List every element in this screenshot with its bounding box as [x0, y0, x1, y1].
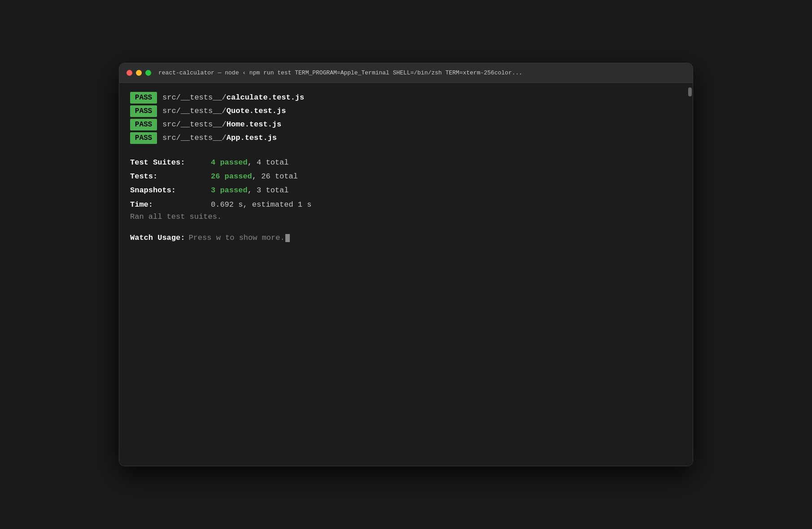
stat-suites: Test Suites: 4 passed, 4 total	[130, 156, 682, 169]
watch-text-content: Press w to show more.	[188, 234, 284, 242]
pass-badge-1: PASS	[130, 92, 157, 104]
pass-path-4: src/__tests__/App.test.js	[162, 132, 277, 144]
pass-path-1: src/__tests__/calculate.test.js	[162, 92, 304, 104]
pass-path-prefix-1: src/__tests__/	[162, 93, 227, 102]
pass-line-4: PASS src/__tests__/App.test.js	[130, 132, 682, 144]
pass-path-bold-1: calculate.test.js	[227, 93, 304, 102]
pass-path-prefix-2: src/__tests__/	[162, 107, 227, 115]
scrollbar[interactable]	[688, 87, 692, 96]
window-title: react-calculator — node ‹ npm run test T…	[158, 69, 522, 76]
stat-tests-value: 26 passed, 26 total	[211, 170, 298, 182]
maximize-button[interactable]	[145, 70, 151, 76]
stat-suites-rest: , 4 total	[248, 158, 289, 167]
pass-path-bold-4: App.test.js	[227, 134, 277, 142]
pass-badge-3: PASS	[130, 119, 157, 130]
stat-snapshots-rest: , 3 total	[248, 186, 289, 195]
stats-section: Test Suites: 4 passed, 4 total Tests: 26…	[130, 156, 682, 221]
stat-tests: Tests: 26 passed, 26 total	[130, 170, 682, 182]
terminal-body[interactable]: PASS src/__tests__/calculate.test.js PAS…	[119, 83, 693, 466]
close-button[interactable]	[127, 70, 132, 76]
stat-suites-value: 4 passed, 4 total	[211, 156, 288, 169]
watch-label: Watch Usage:	[130, 234, 185, 242]
pass-path-2: src/__tests__/Quote.test.js	[162, 105, 286, 117]
stat-time-label: Time:	[130, 199, 211, 211]
minimize-button[interactable]	[136, 70, 142, 76]
pass-line-2: PASS src/__tests__/Quote.test.js	[130, 105, 682, 117]
stat-snapshots: Snapshots: 3 passed, 3 total	[130, 184, 682, 196]
stat-tests-green: 26 passed	[211, 172, 252, 181]
pass-badge-4: PASS	[130, 132, 157, 144]
stat-suites-label: Test Suites:	[130, 156, 211, 169]
pass-path-prefix-3: src/__tests__/	[162, 120, 227, 129]
stat-tests-label: Tests:	[130, 170, 211, 182]
stat-time-value: 0.692 s, estimated 1 s	[211, 199, 311, 211]
titlebar: react-calculator — node ‹ npm run test T…	[119, 63, 693, 83]
pass-line-3: PASS src/__tests__/Home.test.js	[130, 119, 682, 130]
terminal-window: react-calculator — node ‹ npm run test T…	[119, 63, 693, 466]
watch-usage: Watch Usage: Press w to show more.	[130, 234, 682, 242]
stat-snapshots-value: 3 passed, 3 total	[211, 184, 288, 196]
pass-path-prefix-4: src/__tests__/	[162, 134, 227, 142]
stat-snapshots-label: Snapshots:	[130, 184, 211, 196]
stat-tests-rest: , 26 total	[252, 172, 298, 181]
ran-all-text: Ran all test suites.	[130, 212, 682, 221]
pass-path-bold-2: Quote.test.js	[227, 107, 286, 115]
stat-suites-green: 4 passed	[211, 158, 248, 167]
stat-time: Time: 0.692 s, estimated 1 s	[130, 199, 682, 211]
pass-line-1: PASS src/__tests__/calculate.test.js	[130, 92, 682, 104]
watch-text: Press w to show more.	[188, 234, 289, 242]
terminal-cursor	[285, 234, 290, 242]
stat-snapshots-green: 3 passed	[211, 186, 248, 195]
pass-path-3: src/__tests__/Home.test.js	[162, 119, 281, 130]
pass-path-bold-3: Home.test.js	[227, 120, 281, 129]
pass-badge-2: PASS	[130, 105, 157, 117]
